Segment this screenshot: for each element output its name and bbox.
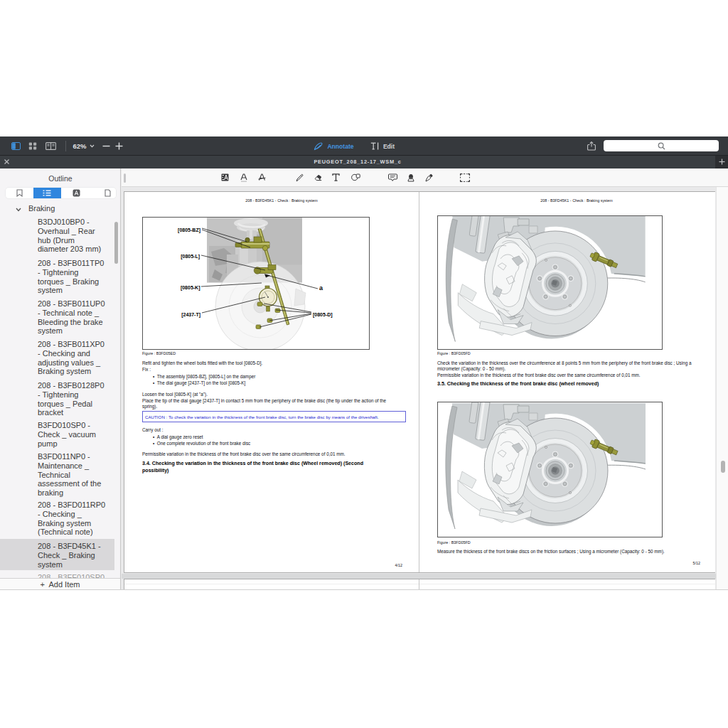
svg-text:a: a [319,284,323,291]
svg-text:[0805-K]: [0805-K] [181,285,200,291]
svg-text:[0805-L]: [0805-L] [181,254,200,259]
svg-text:[0805-D]: [0805-D] [313,311,333,317]
svg-text:[0805-BZ]: [0805-BZ] [178,228,200,233]
svg-text:[2437-T]: [2437-T] [181,311,200,317]
